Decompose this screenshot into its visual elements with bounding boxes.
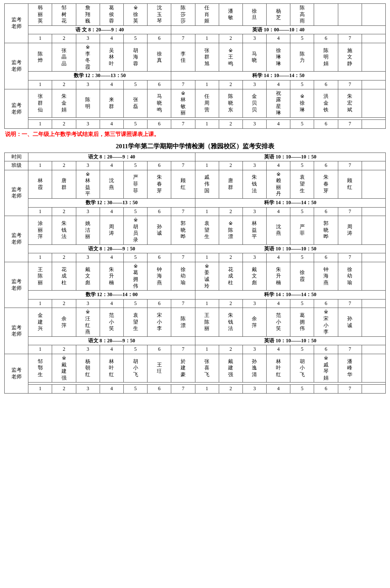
cell: ※王鸣 xyxy=(219,43,242,71)
grade: 1 xyxy=(195,385,219,394)
monitor-row-2: 监考老师 陈烨 张晶品 ※李冬霞 吴林叶 胡海蓉 徐真 李佳 张群旭 ※王鸣 马… xyxy=(5,43,386,71)
cell: 潘峰华 xyxy=(338,354,362,382)
grade: 2 xyxy=(219,385,242,394)
cell: 花成柱 xyxy=(219,262,242,290)
label-jiankao: 监考老师 xyxy=(5,43,28,89)
grade: 7 xyxy=(338,299,362,308)
grade: 7 xyxy=(171,207,195,216)
cell: 杨芝 xyxy=(267,4,290,26)
cell: 余萍 xyxy=(242,308,266,336)
grade: 2 xyxy=(52,253,76,262)
time-science-1: 科学 14：10——14：50 xyxy=(171,72,386,80)
grade: 3 xyxy=(76,80,100,89)
grade: 6 xyxy=(148,299,171,308)
grade: 5 xyxy=(123,345,147,354)
header-row: 监考老师 韩丽英 邹树花 詹翔巍 葛侯蓉 ※徐英 沈玉琴 陈莎莎 任肖姬 潘敏 … xyxy=(5,4,386,26)
grade: 2 xyxy=(52,345,76,354)
cell: ※戚琴娟 xyxy=(314,354,338,382)
cell: 徐幼瑜 xyxy=(338,262,362,290)
time-row-1: 语 文 8：20——9：40 英语 10：00——10：40 xyxy=(5,25,386,34)
cell: ※徐琳 xyxy=(290,89,314,117)
cell: 孙逸清 xyxy=(242,354,266,382)
cell: 詹翔巍 xyxy=(76,4,100,26)
cell xyxy=(362,216,385,244)
cell: 邹鄂生 xyxy=(28,354,52,382)
cell: 郭晓晔 xyxy=(171,216,195,244)
cell xyxy=(362,34,385,43)
grade: 1 xyxy=(28,253,52,262)
grade: 3 xyxy=(242,345,266,354)
grade-row-2: 1 2 3 4 5 6 7 1 2 3 4 5 6 7 xyxy=(5,80,386,89)
grade: 7 xyxy=(171,253,195,262)
grade: 5 xyxy=(290,80,314,89)
time-english-1: 英语 10：00——10：40 xyxy=(171,25,386,34)
grade: 7 xyxy=(338,80,362,89)
grade: 1 xyxy=(195,299,219,308)
cell: 徐琳琳 xyxy=(267,43,290,71)
cell: 林叶红 xyxy=(267,354,290,382)
grade: 4 xyxy=(267,161,290,170)
cell: 孙诚 xyxy=(148,216,171,244)
grade-row-3: 1 2 3 4 5 6 7 1 2 3 4 5 6 7 xyxy=(5,119,386,128)
grade: 7 xyxy=(171,34,195,43)
time-math-c: 数学 12：30——14：00 xyxy=(28,291,195,300)
grade: 7 xyxy=(171,119,195,128)
cell: 戴文彪 xyxy=(76,262,100,290)
monitor-row-a: 监考老师 林霞 唐群 ※林益平 沈燕 严菲菲 朱春芽 顾红 戚伟国 唐群 朱钱法… xyxy=(5,170,386,198)
cell: 王陈丽 xyxy=(28,262,52,290)
cell: ※李冬霞 xyxy=(76,43,100,71)
cell: 陈力 xyxy=(290,43,314,71)
cell: 朱宏斌 xyxy=(338,89,362,117)
cell: 徐幼瑜 xyxy=(171,262,195,290)
cell: 严菲菲 xyxy=(123,170,147,198)
cell: 任周营 xyxy=(195,89,219,117)
grade: 7 xyxy=(171,161,195,170)
grade: 6 xyxy=(314,299,338,308)
cell xyxy=(338,4,362,26)
cell: 邹树花 xyxy=(52,4,76,26)
grade: 7 xyxy=(338,253,362,262)
grade: 5 xyxy=(123,80,147,89)
schedule-table-2: 时间 语文 8：20——9：40 英语 10：10——10：50 班级 1 2 … xyxy=(4,153,386,394)
grade: 5 xyxy=(123,34,147,43)
grade: 7 xyxy=(338,207,362,216)
cell xyxy=(362,119,385,128)
monitor-row-e: 监考老师 邹鄂生 ※戴建强 杨朝红 林叶红 胡小飞 王玨 於建豪 张喜飞 戴建强… xyxy=(5,354,386,382)
grade: 4 xyxy=(267,299,290,308)
time-sci-a: 科学 14：10——14：50 xyxy=(195,199,386,208)
grade-row-b: 1 2 3 4 5 6 7 1 2 3 4 5 6 7 xyxy=(5,253,386,262)
cell: ※林敏丽 xyxy=(171,89,195,117)
cell: 朱钱法 xyxy=(219,308,242,336)
grade: 6 xyxy=(314,345,338,354)
grade: 5 xyxy=(123,161,147,170)
grade: 6 xyxy=(314,253,338,262)
cell: 潘敏 xyxy=(219,4,242,26)
grade: 6 xyxy=(314,119,338,128)
cell xyxy=(362,207,385,216)
cell xyxy=(362,170,385,198)
cell: 张群旭 xyxy=(195,43,219,71)
grade: 6 xyxy=(148,161,171,170)
schedule-table-1: 监考老师 韩丽英 邹树花 詹翔巍 葛侯蓉 ※徐英 沈玉琴 陈莎莎 任肖姬 潘敏 … xyxy=(4,3,386,129)
monitor-row-d: 监考老师 金建兴 余萍 ※汪红燕 范小笑 袁望生 宋小李 陈漂 王陈丽 朱钱法 … xyxy=(5,308,386,336)
grade: 4 xyxy=(267,385,290,394)
grade: 2 xyxy=(52,299,76,308)
note: 说明：一、二年级上午数学考试结束后，第三节课照课表上课。 xyxy=(5,130,385,138)
grade: 4 xyxy=(100,345,123,354)
grade: 7 xyxy=(171,80,195,89)
grade: 4 xyxy=(267,207,290,216)
label: 时间 xyxy=(5,153,28,161)
cell: 朱钱法 xyxy=(242,170,266,198)
cell: 戴建强 xyxy=(219,354,242,382)
cell: 袁望生 xyxy=(195,216,219,244)
cell: 余萍 xyxy=(52,308,76,336)
grade: 5 xyxy=(290,161,314,170)
cell: 陈晓东 xyxy=(219,89,242,117)
cell xyxy=(362,308,385,336)
cell: ※戴建强 xyxy=(52,354,76,382)
grade: 6 xyxy=(314,80,338,89)
cell: 顾红 xyxy=(338,170,362,198)
grade: 4 xyxy=(100,253,123,262)
grade: 2 xyxy=(219,207,242,216)
grade: 3 xyxy=(76,161,100,170)
